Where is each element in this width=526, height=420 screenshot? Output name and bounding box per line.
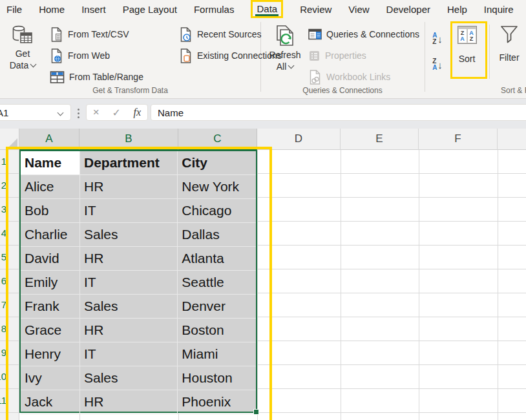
cell-A7[interactable]: Frank: [21, 295, 80, 319]
name-box-chevron-icon[interactable]: [58, 109, 64, 116]
column-header-B[interactable]: B: [79, 129, 178, 150]
tab-review[interactable]: Review: [300, 4, 331, 15]
cell-A3[interactable]: Bob: [21, 199, 80, 223]
cell-B5[interactable]: HR: [80, 247, 178, 271]
table-row: Charlie Sales Dallas: [21, 223, 256, 247]
tab-developer[interactable]: Developer: [386, 4, 430, 15]
database-icon: [10, 23, 35, 48]
row-header-11[interactable]: 11: [0, 389, 19, 413]
cell-C7[interactable]: Denver: [178, 295, 256, 319]
from-web-button[interactable]: From Web: [50, 47, 110, 64]
cell-A11[interactable]: Jack: [21, 390, 80, 414]
cell-C3[interactable]: Chicago: [178, 199, 256, 223]
insert-function-icon[interactable]: fx: [134, 107, 142, 118]
row-header-2[interactable]: 2: [0, 174, 19, 198]
row-header-12-partial[interactable]: [0, 413, 19, 420]
table-row: David HR Atlanta: [21, 247, 256, 271]
cell-A5[interactable]: David: [21, 247, 80, 271]
tab-home[interactable]: Home: [39, 4, 65, 15]
cell-C4[interactable]: Dallas: [178, 223, 256, 247]
cell-A10[interactable]: Ivy: [21, 366, 80, 390]
column-header-G-partial[interactable]: [498, 129, 526, 150]
tab-view[interactable]: View: [348, 4, 369, 15]
cell-A1-active[interactable]: Name: [21, 151, 80, 175]
workbook-links-icon: [308, 69, 322, 85]
filter-button[interactable]: Filter: [493, 25, 525, 63]
row-header-1[interactable]: 1: [0, 150, 19, 174]
cell-C2[interactable]: New York: [178, 175, 256, 199]
cell-C9[interactable]: Miami: [178, 342, 256, 366]
dropdown-chevron-icon: [288, 63, 295, 69]
queries-connections-button[interactable]: Queries & Connections: [308, 26, 419, 43]
cell-A6[interactable]: Emily: [21, 271, 80, 295]
filter-label: Filter: [499, 52, 519, 63]
from-text-csv-label: From Text/CSV: [68, 29, 129, 39]
cell-C10[interactable]: Houston: [178, 366, 256, 390]
row-header-6[interactable]: 6: [0, 269, 19, 293]
from-web-label: From Web: [68, 50, 110, 61]
cell-A9[interactable]: Henry: [21, 342, 80, 366]
enter-icon[interactable]: ✓: [112, 107, 120, 119]
sort-button[interactable]: ZA AZ Sort: [452, 26, 481, 65]
from-text-csv-button[interactable]: From Text/CSV: [50, 26, 129, 43]
sort-filter-separator: [489, 25, 490, 79]
from-table-range-button[interactable]: From Table/Range: [50, 68, 143, 85]
table-row: Alice HR New York: [21, 175, 256, 199]
cell-C1[interactable]: City: [178, 151, 256, 175]
sort-ascending-button[interactable]: AZ ↓: [427, 28, 448, 49]
sort-label: Sort: [459, 53, 476, 65]
row-header-5[interactable]: 5: [0, 246, 19, 269]
cell-B11[interactable]: HR: [80, 390, 178, 414]
cell-C8[interactable]: Boston: [178, 319, 256, 342]
workbook-links-button-disabled: Workbook Links: [308, 68, 390, 85]
recent-sources-button[interactable]: Recent Sources: [179, 26, 262, 43]
column-header-C[interactable]: C: [178, 129, 257, 150]
tab-page-layout[interactable]: Page Layout: [123, 4, 177, 15]
cell-B1[interactable]: Department: [80, 151, 178, 175]
cell-B2[interactable]: HR: [80, 175, 178, 199]
refresh-all-button[interactable]: Refresh All: [266, 23, 304, 72]
tab-data-active[interactable]: Data: [251, 0, 283, 18]
cell-C11[interactable]: Phoenix: [178, 390, 256, 414]
tab-formulas[interactable]: Formulas: [194, 4, 235, 15]
cancel-icon[interactable]: ×: [93, 106, 100, 119]
cell-C6[interactable]: Seattle: [178, 271, 256, 295]
row-header-7[interactable]: 7: [0, 293, 19, 317]
cell-B4[interactable]: Sales: [80, 223, 178, 247]
refresh-all-label-line1: Refresh: [269, 49, 300, 61]
tab-help[interactable]: Help: [447, 4, 467, 15]
column-header-A[interactable]: A: [19, 129, 79, 150]
table-row: Henry IT Miami: [21, 342, 256, 366]
formula-bar-handle[interactable]: [78, 109, 79, 118]
tab-file[interactable]: File: [6, 4, 22, 15]
cell-B10[interactable]: Sales: [80, 366, 178, 390]
cell-C5[interactable]: Atlanta: [178, 247, 256, 271]
cell-B9[interactable]: IT: [80, 342, 178, 366]
sort-descending-button[interactable]: ZA ↓: [427, 54, 448, 75]
row-header-9[interactable]: 9: [0, 341, 19, 365]
down-arrow-icon: ↓: [437, 59, 443, 70]
properties-icon: [308, 50, 321, 62]
cell-A2[interactable]: Alice: [21, 175, 80, 199]
name-box[interactable]: A1: [0, 104, 71, 121]
formula-input[interactable]: Name: [151, 104, 526, 121]
column-header-E[interactable]: E: [341, 129, 419, 150]
cell-B7[interactable]: Sales: [80, 295, 178, 319]
get-data-button[interactable]: Get Data: [4, 23, 41, 71]
cell-A8[interactable]: Grace: [21, 319, 80, 342]
workbook-links-label: Workbook Links: [326, 72, 390, 82]
cell-B6[interactable]: IT: [80, 271, 178, 295]
column-header-F[interactable]: F: [419, 129, 498, 150]
cell-A4[interactable]: Charlie: [21, 223, 80, 247]
tab-inquire[interactable]: Inquire: [484, 4, 514, 15]
row-header-8[interactable]: 8: [0, 317, 19, 341]
cell-B8[interactable]: HR: [80, 319, 178, 342]
select-all-corner[interactable]: [0, 129, 19, 150]
tab-insert[interactable]: Insert: [81, 4, 106, 15]
column-header-D[interactable]: D: [257, 129, 341, 150]
row-header-10[interactable]: 10: [0, 365, 19, 389]
queries-connections-label: Queries & Connections: [326, 29, 419, 39]
row-header-3[interactable]: 3: [0, 198, 19, 222]
cell-B3[interactable]: IT: [80, 199, 178, 223]
row-header-4[interactable]: 4: [0, 222, 19, 246]
